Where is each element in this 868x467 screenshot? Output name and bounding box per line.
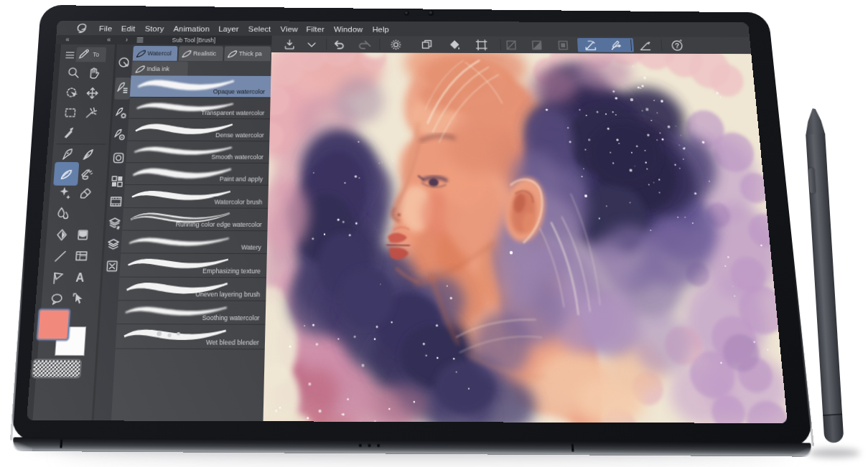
svg-text:?: ?	[675, 42, 680, 49]
svg-text:A: A	[75, 271, 84, 285]
